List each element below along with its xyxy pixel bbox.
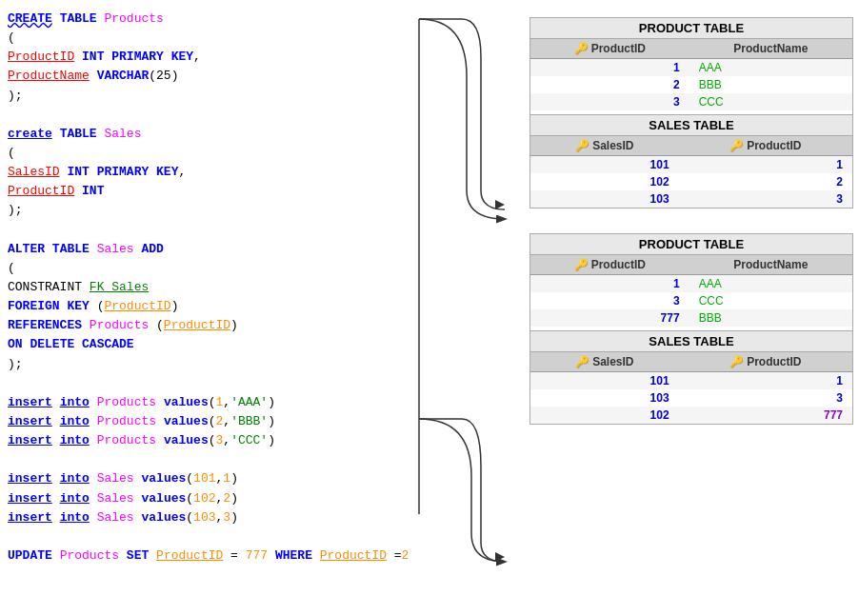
bottom-sales-col-pid: 🔑 ProductID: [679, 352, 852, 372]
product-id-cell: 1: [530, 275, 689, 293]
bottom-product-col-id: 🔑 ProductID: [530, 255, 689, 275]
code-line: ON DELETE CASCADE: [8, 335, 402, 354]
table-row: 103 3: [530, 389, 852, 407]
top-product-table: 🔑 ProductID ProductName 1 AAA 2 B: [530, 39, 852, 110]
top-sales-title: SALES TABLE: [530, 114, 852, 136]
top-sales-table: 🔑 SalesID 🔑 ProductID: [530, 136, 852, 208]
sales-id-cell: 103: [530, 190, 679, 208]
sales-id-cell: 101: [530, 156, 679, 174]
top-product-col-id: 🔑 ProductID: [530, 39, 689, 59]
code-line: insert into Products values(2,'BBB'): [8, 412, 402, 431]
top-product-title: PRODUCT TABLE: [530, 18, 852, 39]
product-name-cell: CCC: [689, 292, 852, 309]
product-id-cell: 777: [530, 309, 689, 327]
svg-marker-4: [495, 552, 505, 562]
code-line: SalesID INT PRIMARY KEY,: [8, 163, 402, 182]
code-line: );: [8, 355, 402, 374]
fk-icon: 🔑: [729, 355, 744, 368]
product-name-cell: AAA: [689, 275, 852, 293]
top-product-col-name: ProductName: [689, 39, 852, 59]
table-row: 777 BBB: [530, 309, 852, 327]
bottom-product-table: 🔑 ProductID ProductName 1 AAA 3 C: [530, 255, 852, 327]
code-line: (: [8, 144, 402, 163]
main-container: CREATE TABLE Products ( ProductID INT PR…: [0, 0, 859, 616]
top-sales-col-sid: 🔑 SalesID: [530, 136, 679, 156]
code-line: ALTER TABLE Sales ADD: [8, 240, 402, 259]
code-line: ProductName VARCHAR(25): [8, 67, 402, 86]
sales-pid-cell-updated: 777: [679, 407, 852, 424]
sales-id-cell: 101: [530, 372, 679, 390]
code-line: CREATE TABLE Products: [8, 10, 402, 29]
top-sales-col-pid: 🔑 ProductID: [679, 136, 852, 156]
table-row: 101 1: [530, 372, 852, 390]
bottom-table-group: PRODUCT TABLE 🔑 ProductID ProductName: [529, 233, 853, 425]
top-table-group: PRODUCT TABLE 🔑 ProductID ProductName: [529, 17, 853, 209]
tables-panel: PRODUCT TABLE 🔑 ProductID ProductName: [524, 0, 859, 616]
product-name-cell: BBB: [689, 309, 852, 327]
product-name-cell: BBB: [689, 76, 852, 93]
code-line: create TABLE Sales: [8, 125, 402, 144]
key-icon: 🔑: [574, 42, 589, 55]
code-line: insert into Sales values(102,2): [8, 489, 402, 508]
table-row: 3 CCC: [530, 93, 852, 110]
table-row: 103 3: [530, 190, 852, 208]
bottom-product-col-name: ProductName: [689, 255, 852, 275]
connector-area: [410, 0, 524, 616]
table-row: 3 CCC: [530, 292, 852, 309]
fk-icon: 🔑: [729, 139, 744, 152]
code-line: insert into Products values(3,'CCC'): [8, 431, 402, 450]
product-name-cell: AAA: [689, 59, 852, 77]
key-icon: 🔑: [575, 355, 589, 368]
product-id-cell: 3: [530, 292, 689, 309]
product-id-cell: 1: [530, 59, 689, 77]
sales-pid-cell: 3: [679, 389, 852, 407]
code-line: );: [8, 87, 402, 106]
product-id-cell: 2: [530, 76, 689, 93]
key-icon: 🔑: [574, 258, 589, 271]
bottom-product-title: PRODUCT TABLE: [530, 234, 852, 255]
sales-pid-cell: 1: [679, 372, 852, 390]
table-row: 2 BBB: [530, 76, 852, 93]
code-line: );: [8, 201, 402, 220]
code-line: FOREIGN KEY (ProductID): [8, 297, 402, 316]
key-icon: 🔑: [575, 139, 589, 152]
code-line: (: [8, 29, 402, 48]
code-line: ProductID INT PRIMARY KEY,: [8, 48, 402, 67]
sales-id-cell: 102: [530, 173, 679, 190]
svg-marker-3: [495, 200, 505, 209]
table-row: 102 2: [530, 173, 852, 190]
code-line: (: [8, 259, 402, 278]
sales-pid-cell: 1: [679, 156, 852, 174]
code-line: ProductID INT: [8, 182, 402, 201]
bottom-sales-title: SALES TABLE: [530, 330, 852, 352]
code-panel: CREATE TABLE Products ( ProductID INT PR…: [0, 0, 410, 616]
sales-id-cell: 103: [530, 389, 679, 407]
bottom-sales-col-sid: 🔑 SalesID: [530, 352, 679, 372]
code-line: insert into Sales values(101,1): [8, 469, 402, 488]
bottom-sales-table: 🔑 SalesID 🔑 ProductID: [530, 352, 852, 424]
sales-pid-cell: 2: [679, 173, 852, 190]
code-line: insert into Sales values(103,3): [8, 508, 402, 527]
table-row: 1 AAA: [530, 59, 852, 77]
connector-svg: [410, 0, 524, 616]
code-line: CONSTRAINT FK_Sales: [8, 278, 402, 297]
product-name-cell: CCC: [689, 93, 852, 110]
code-line: UPDATE Products SET ProductID = 777 WHER…: [8, 546, 402, 566]
sales-pid-cell: 3: [679, 190, 852, 208]
code-line: insert into Products values(1,'AAA'): [8, 393, 402, 412]
table-row: 102 777: [530, 407, 852, 424]
sales-id-cell: 102: [530, 407, 679, 424]
code-line: REFERENCES Products (ProductID): [8, 316, 402, 335]
table-row: 1 AAA: [530, 275, 852, 293]
table-row: 101 1: [530, 156, 852, 174]
product-id-cell: 3: [530, 93, 689, 110]
